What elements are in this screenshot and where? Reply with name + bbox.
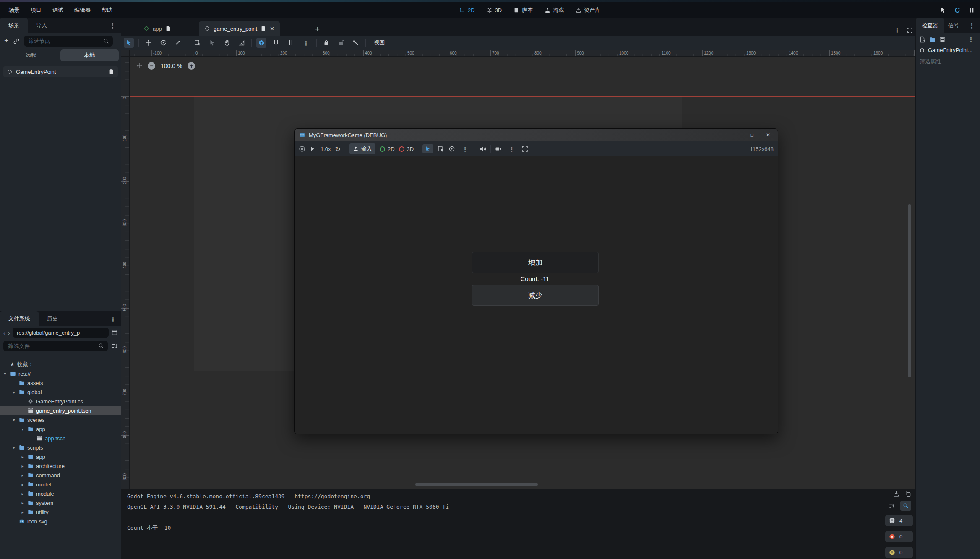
mode-3d[interactable]: 3D [487, 7, 502, 13]
decrease-button[interactable]: 减少 [472, 285, 599, 306]
embed-fullscreen-icon[interactable] [521, 146, 528, 152]
time-scale-label[interactable]: 1.0x [321, 146, 331, 152]
filesystem-menu-icon[interactable]: ⋮ [107, 316, 119, 322]
scale-tool-button[interactable] [173, 38, 183, 48]
warning-count-badge[interactable]: 0 [885, 547, 913, 558]
scene-dock-menu-icon[interactable]: ⋮ [107, 23, 118, 29]
tab-list-menu-icon[interactable]: ⋮ [891, 27, 903, 33]
fs-item[interactable]: ▸app [0, 452, 121, 461]
add-node-button[interactable]: + [4, 36, 9, 45]
pivot-tool-button[interactable] [207, 38, 217, 48]
search-log-button[interactable] [900, 501, 911, 511]
fs-item[interactable]: icon.svg [0, 517, 121, 526]
fs-item[interactable]: ▸model [0, 480, 121, 489]
fs-item[interactable]: assets [0, 378, 121, 387]
new-resource-icon[interactable] [919, 36, 925, 43]
mode-assetlib[interactable]: 资产库 [576, 6, 600, 14]
split-view-icon[interactable] [111, 329, 118, 336]
fs-item[interactable]: ▾global [0, 387, 121, 397]
next-frame-icon[interactable] [310, 146, 316, 152]
sort-files-icon[interactable] [111, 343, 118, 349]
resource-options-menu-icon[interactable]: ⋮ [965, 36, 977, 43]
game-list-select-icon[interactable] [438, 146, 444, 152]
tab-history[interactable]: 历史 [39, 311, 66, 326]
save-resource-icon[interactable] [939, 36, 946, 43]
inspected-node-row[interactable]: GameEntryPoint... [916, 45, 980, 55]
load-resource-folder-icon[interactable] [929, 36, 936, 43]
snap-options-menu-icon[interactable]: ⋮ [300, 40, 312, 46]
fs-item[interactable]: ▾scenes [0, 415, 121, 424]
tab-import[interactable]: 导入 [28, 18, 55, 33]
nav-back-icon[interactable]: ‹ [3, 329, 5, 336]
camera-override-target-icon[interactable] [448, 146, 455, 152]
scene-tab-app[interactable]: app [138, 21, 177, 36]
expand-arrow[interactable]: ▾ [3, 372, 8, 376]
fs-item[interactable]: app.tscn [0, 434, 121, 443]
scene-tab-game-entry-point[interactable]: game_entry_point ✕ [199, 21, 280, 36]
rotate-tool-button[interactable] [158, 38, 168, 48]
mode-game[interactable]: 游戏 [545, 6, 564, 14]
menu-editor[interactable]: 编辑器 [69, 6, 96, 14]
filter-properties-input[interactable]: 筛选属性 [916, 55, 980, 68]
select-3d-button[interactable]: 3D [399, 146, 414, 152]
increase-button[interactable]: 增加 [472, 252, 599, 273]
input-mode-button[interactable]: 输入 [349, 143, 375, 154]
camera-icon[interactable] [495, 146, 502, 152]
mute-audio-icon[interactable] [480, 146, 486, 152]
tab-signals[interactable]: 信号 [944, 18, 963, 33]
list-select-tool-button[interactable] [193, 38, 203, 48]
minimize-icon[interactable]: — [733, 132, 738, 138]
expand-arrow[interactable]: ▾ [20, 427, 25, 432]
fs-item[interactable]: ▸module [0, 489, 121, 498]
new-scene-tab-button[interactable]: + [315, 25, 320, 34]
error-count-badge[interactable]: 0 [885, 531, 913, 542]
move-tool-button[interactable] [143, 38, 154, 48]
file-filter-input[interactable] [7, 343, 98, 350]
game-view[interactable]: 增加 Count: -11 减少 [295, 156, 778, 434]
expand-arrow[interactable]: ▸ [20, 510, 25, 515]
camera-options-menu-icon[interactable]: ⋮ [506, 146, 517, 152]
fs-item[interactable]: ▾scripts [0, 443, 121, 452]
expand-arrow[interactable]: ▾ [11, 418, 16, 422]
menu-debug[interactable]: 调试 [47, 6, 69, 14]
fs-item[interactable]: GameEntryPoint.cs [0, 397, 121, 406]
unlock-node-button[interactable] [336, 38, 346, 48]
fs-item[interactable]: ▾res:// [0, 369, 121, 378]
zoom-out-button[interactable]: − [148, 62, 155, 70]
restart-game-icon[interactable] [954, 7, 961, 13]
select-tool-button[interactable] [124, 38, 134, 48]
maximize-icon[interactable]: □ [751, 132, 753, 138]
view-menu-button[interactable]: 视图 [370, 39, 388, 47]
inspector-menu-icon[interactable]: ⋮ [966, 23, 977, 29]
horizontal-scrollbar[interactable] [415, 483, 538, 486]
close-icon[interactable]: ✕ [766, 132, 770, 138]
2d-viewport[interactable]: -100010020030040050060070080090010001100… [121, 50, 915, 489]
nav-forward-icon[interactable]: › [8, 329, 10, 336]
zoom-in-button[interactable]: + [188, 62, 195, 70]
expand-arrow[interactable]: ▸ [20, 464, 25, 468]
pick-node-cursor-icon[interactable] [940, 7, 946, 13]
alert-count-badge[interactable]: 4 [885, 515, 913, 526]
fs-item[interactable]: ▸command [0, 471, 121, 480]
expand-editor-icon[interactable] [907, 27, 913, 33]
collapse-tree-icon[interactable] [889, 503, 895, 509]
fs-item[interactable]: game_entry_point.tscn [0, 406, 121, 415]
fs-item[interactable]: ★收藏： [0, 360, 121, 369]
fs-item[interactable]: ▸utility [0, 507, 121, 517]
pause-game-icon[interactable] [968, 7, 975, 13]
fs-item[interactable]: ▸architecture [0, 461, 121, 471]
node-filter-input[interactable] [28, 37, 103, 44]
grid-toggle-button[interactable] [286, 38, 296, 48]
tab-scene[interactable]: 场景 [0, 18, 28, 33]
selection-options-menu-icon[interactable]: ⋮ [459, 146, 471, 152]
game-select-tool-button[interactable] [422, 144, 433, 153]
lock-node-button[interactable] [321, 38, 331, 48]
expand-arrow[interactable]: ▾ [11, 445, 16, 450]
close-tab-icon[interactable]: ✕ [270, 26, 274, 32]
expand-arrow[interactable]: ▸ [20, 473, 25, 478]
grid-snap-magnet-button[interactable] [271, 38, 281, 48]
smart-snap-button[interactable] [256, 38, 266, 48]
pause-circle-icon[interactable] [299, 146, 305, 152]
center-view-icon[interactable] [136, 63, 142, 69]
scene-tree-root-node[interactable]: GameEntryPoint [3, 66, 118, 77]
